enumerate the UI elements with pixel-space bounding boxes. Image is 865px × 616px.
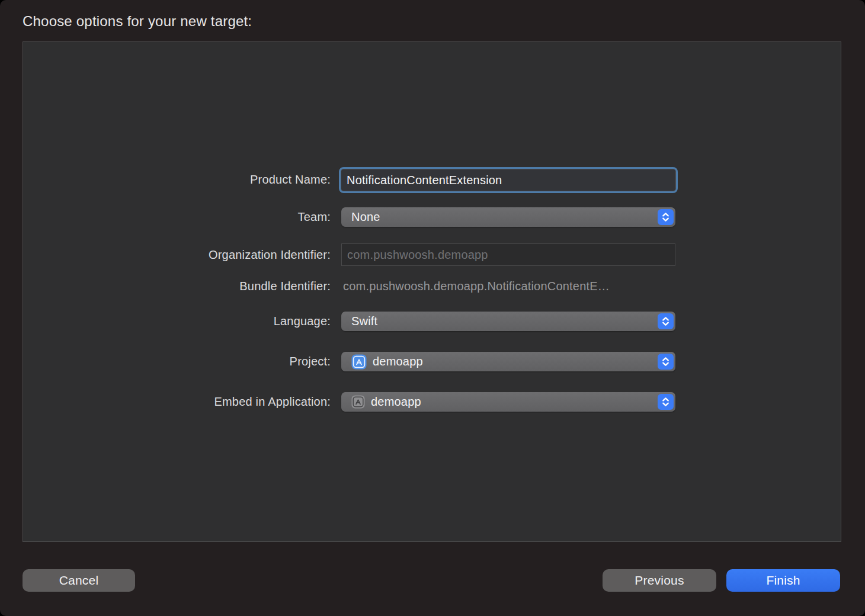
team-label: Team:: [23, 210, 331, 224]
chevron-up-down-icon: [658, 209, 674, 225]
project-popup[interactable]: demoapp: [341, 352, 675, 371]
bundle-identifier-label: Bundle Identifier:: [23, 280, 331, 293]
organization-identifier-input[interactable]: com.pushwoosh.demoapp: [341, 243, 675, 266]
previous-button[interactable]: Previous: [603, 569, 716, 592]
app-target-icon-gray: [351, 395, 365, 409]
team-value: None: [351, 210, 380, 224]
team-popup[interactable]: None: [341, 207, 675, 227]
product-name-input[interactable]: NotificationContentExtension: [339, 167, 678, 193]
organization-identifier-value: com.pushwoosh.demoapp: [347, 248, 488, 262]
new-target-options-dialog: Choose options for your new target: Prod…: [0, 0, 865, 616]
product-name-label: Product Name:: [23, 173, 331, 187]
finish-button[interactable]: Finish: [726, 569, 840, 592]
language-label: Language:: [23, 315, 331, 328]
project-label: Project:: [23, 355, 331, 368]
app-target-icon: [351, 354, 367, 370]
bundle-identifier-value: com.pushwoosh.demoapp.NotificationConten…: [343, 280, 610, 293]
embed-in-application-value: demoapp: [371, 395, 421, 409]
cancel-button[interactable]: Cancel: [23, 569, 135, 592]
chevron-up-down-icon: [658, 394, 674, 410]
embed-in-application-popup[interactable]: demoapp: [341, 392, 675, 412]
dialog-title: Choose options for your new target:: [23, 13, 252, 30]
product-name-value: NotificationContentExtension: [347, 174, 502, 187]
language-value: Swift: [351, 315, 377, 328]
chevron-up-down-icon: [658, 313, 674, 329]
options-panel: Product Name: NotificationContentExtensi…: [23, 41, 841, 542]
project-value: demoapp: [373, 355, 423, 368]
chevron-up-down-icon: [658, 354, 674, 370]
embed-in-application-label: Embed in Application:: [23, 395, 331, 409]
language-popup[interactable]: Swift: [341, 312, 675, 331]
organization-identifier-label: Organization Identifier:: [23, 248, 331, 262]
